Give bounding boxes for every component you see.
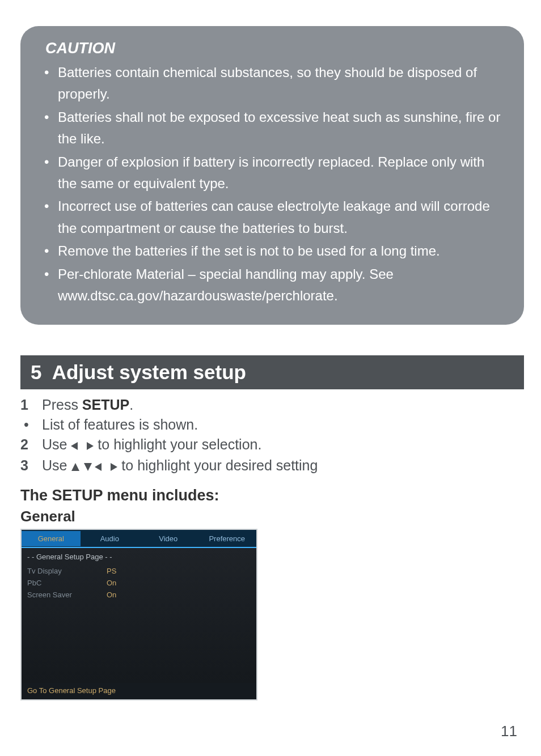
section-title: Adjust system setup (52, 361, 246, 383)
menu-row-label: Screen Saver (27, 591, 107, 599)
svg-marker-5 (111, 463, 117, 471)
left-right-arrow-icon (71, 436, 94, 456)
svg-marker-1 (87, 442, 94, 450)
caution-item: Batteries contain chemical substances, s… (41, 62, 504, 105)
up-down-left-right-arrow-icon (71, 457, 117, 477)
step-row: 1 Press SETUP. (20, 395, 521, 415)
caution-title: CAUTION (45, 40, 504, 57)
caution-box: CAUTION Batteries contain chemical subst… (20, 26, 524, 325)
menu-row-label: Tv Display (27, 567, 107, 575)
caution-item: Danger of explosion if battery is incorr… (41, 151, 504, 195)
menu-row: Tv Display PS (27, 567, 251, 575)
step-number: 1 (20, 395, 42, 415)
step-row: 3 Use to highlight your desired setting (20, 456, 521, 477)
step-number: 2 (20, 435, 42, 455)
menu-tabs: General Audio Video Preference (22, 530, 256, 548)
caution-item: Per-chlorate Material – special handling… (41, 264, 504, 307)
step-bullet: • (20, 415, 42, 435)
page-number: 11 (501, 723, 517, 740)
menu-body: - - General Setup Page - - Tv Display PS… (22, 548, 256, 683)
svg-marker-0 (71, 442, 78, 450)
svg-marker-4 (95, 463, 102, 471)
caution-list: Batteries contain chemical substances, s… (41, 62, 504, 307)
step-text: Use to highlight your selection. (42, 435, 521, 456)
menu-tab-video: Video (139, 531, 198, 546)
steps: 1 Press SETUP. • List of features is sho… (20, 395, 521, 477)
step-number: 3 (20, 456, 42, 475)
step-row: 2 Use to highlight your selection. (20, 435, 521, 456)
step-row: • List of features is shown. (20, 415, 521, 435)
menu-tab-preference: Preference (198, 531, 257, 546)
caution-item: Incorrect use of batteries can cause ele… (41, 196, 504, 239)
section-header: 5 Adjust system setup (20, 355, 524, 389)
menu-row-value: On (107, 579, 116, 587)
caution-item: Remove the batteries if the set is not t… (41, 240, 504, 262)
menu-row: Screen Saver On (27, 591, 251, 599)
menu-body-title: - - General Setup Page - - (27, 553, 251, 561)
menu-footer: Go To General Setup Page (22, 683, 256, 699)
setup-menu-screenshot: General Audio Video Preference - - Gener… (20, 529, 257, 700)
step-text: Press SETUP. (42, 395, 521, 415)
menu-row-label: PbC (27, 579, 107, 587)
general-heading: General (20, 508, 521, 525)
menu-row-value: On (107, 591, 116, 599)
section-number: 5 (31, 361, 41, 383)
step-text: Use to highlight your desired setting (42, 456, 521, 477)
svg-marker-2 (71, 463, 79, 471)
menu-row: PbC On (27, 579, 251, 587)
menu-tab-audio: Audio (81, 531, 140, 546)
menu-row-value: PS (107, 567, 116, 575)
setup-menu-heading: The SETUP menu includes: (20, 487, 521, 504)
menu-tab-general: General (22, 531, 81, 546)
step-text: List of features is shown. (42, 415, 521, 435)
svg-marker-3 (84, 463, 92, 471)
caution-item: Batteries shall not be exposed to excess… (41, 107, 504, 150)
